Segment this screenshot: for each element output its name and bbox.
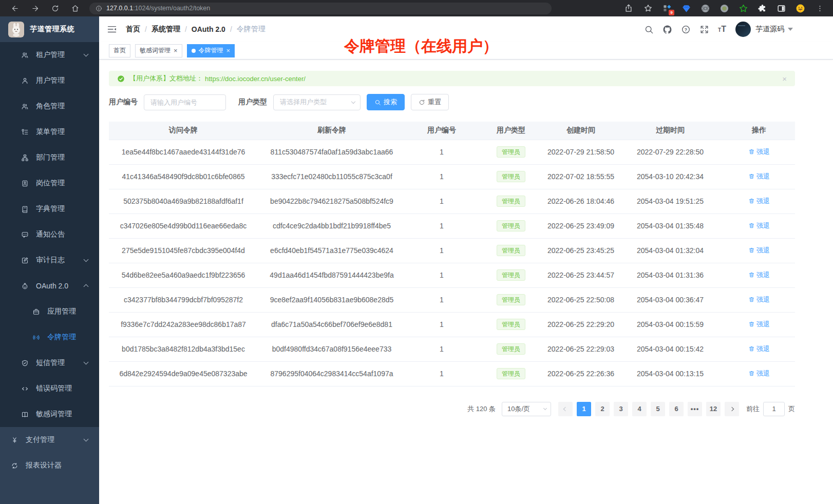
cell-action: 强退	[723, 238, 795, 263]
avatar[interactable]	[735, 22, 751, 37]
app-logo[interactable]: 芋道管理系统	[0, 16, 99, 42]
sidebar-item-4[interactable]: 菜单管理	[0, 119, 99, 145]
sidebar-item-14[interactable]: 错误码管理	[0, 376, 99, 401]
sidebar-item-13[interactable]: 短信管理	[0, 350, 99, 376]
extension-gem-icon[interactable]	[681, 4, 691, 13]
sidebar-collapse-icon[interactable]	[107, 24, 117, 34]
page-button-6[interactable]: 6	[669, 402, 684, 416]
browser-forward-icon[interactable]	[31, 4, 40, 13]
extension-sidepanel-icon[interactable]	[777, 4, 786, 13]
sidebar-item-label: 短信管理	[36, 358, 65, 367]
page-button-4[interactable]: 4	[632, 402, 647, 416]
prev-page-button[interactable]	[558, 402, 573, 416]
cell-access-token: 6d842e2924594de9a09e45e087323abe	[109, 361, 258, 386]
extension-command-icon[interactable]	[701, 4, 710, 13]
force-logout-button[interactable]: 强退	[748, 270, 770, 280]
address-bar[interactable]: 127.0.0.1:1024/system/oauth2/token	[89, 3, 552, 14]
goto-page-input[interactable]	[763, 402, 785, 416]
sidebar-item-16[interactable]: 支付管理	[0, 427, 99, 453]
tab-1[interactable]: 首页	[109, 44, 130, 57]
help-icon[interactable]: ?	[681, 25, 691, 34]
user-id-input[interactable]	[144, 94, 226, 110]
page-button-3[interactable]: 3	[614, 402, 628, 416]
force-logout-button[interactable]: 强退	[748, 295, 770, 304]
force-logout-button[interactable]: 强退	[748, 147, 770, 157]
close-icon[interactable]: ×	[174, 47, 178, 54]
sidebar-item-10[interactable]: OAuth 2.0	[0, 273, 99, 299]
force-logout-button[interactable]: 强退	[748, 246, 770, 255]
site-info-icon[interactable]	[96, 5, 102, 12]
caret-down-icon[interactable]	[788, 28, 793, 31]
sidebar-item-2[interactable]: 用户管理	[0, 68, 99, 93]
sidebar-item-8[interactable]: 通知公告	[0, 222, 99, 247]
sidebar-item-7[interactable]: 字典管理	[0, 196, 99, 222]
search-button[interactable]: 搜索	[367, 94, 405, 110]
pagination-more[interactable]: •••	[688, 402, 702, 416]
alert-close-icon[interactable]: ×	[782, 75, 787, 83]
table-row: b0d1785bc3a8482f812db4a3f3bd15ecb0df4980…	[109, 337, 795, 361]
sidebar-item-label: 敏感词管理	[36, 410, 72, 419]
github-icon[interactable]	[662, 25, 672, 34]
dictionary-icon	[21, 205, 29, 213]
sidebar-item-12[interactable]: 令牌管理	[0, 324, 99, 350]
page-button-12[interactable]: 12	[706, 402, 721, 416]
cell-user-id: 1	[406, 238, 478, 263]
tab-3[interactable]: 令牌管理×	[187, 44, 235, 57]
tab-label: 令牌管理	[199, 46, 223, 55]
page-size-select[interactable]: 10条/页	[502, 402, 551, 416]
cell-refresh-token: 9ce8ef2aa9f14056b831ae9b608e28d5	[258, 287, 406, 312]
share-icon[interactable]	[624, 4, 633, 13]
breadcrumb-item-2[interactable]: 系统管理	[152, 25, 180, 34]
force-logout-button[interactable]: 强退	[748, 369, 770, 378]
force-logout-button[interactable]: 强退	[748, 172, 770, 181]
browser-back-icon[interactable]	[11, 4, 20, 13]
cell-user-id: 1	[406, 140, 478, 164]
cell-refresh-token: b0df4980ffd34c67a08f9156e4eee733	[258, 337, 406, 361]
breadcrumb-item-1[interactable]: 首页	[126, 25, 140, 34]
profile-emoji-icon[interactable]	[796, 4, 805, 13]
sidebar-item-6[interactable]: 岗位管理	[0, 170, 99, 196]
alert-doc-link[interactable]: https://doc.iocoder.cn/user-center/	[205, 75, 306, 83]
extension-puzzle-icon[interactable]	[758, 4, 767, 13]
sidebar-item-9[interactable]: 审计日志	[0, 247, 99, 273]
extension-badge: 9	[669, 10, 674, 15]
sidebar-item-5[interactable]: 部门管理	[0, 145, 99, 170]
tab-2[interactable]: 敏感词管理×	[135, 44, 182, 57]
cell-refresh-token: 49d1aa46d1454fbd87591444423be9fa	[258, 263, 406, 287]
url-text: 127.0.0.1:1024/system/oauth2/token	[106, 5, 210, 12]
main-area: 首页/系统管理/OAuth 2.0/令牌管理 ? TT 芋道源码 首页敏感词管理…	[99, 16, 833, 504]
reset-button[interactable]: 重置	[411, 94, 449, 110]
sidebar-item-3[interactable]: 角色管理	[0, 93, 99, 119]
browser-home-icon[interactable]	[71, 4, 80, 13]
fullscreen-icon[interactable]	[699, 25, 709, 34]
sidebar-item-15[interactable]: 敏感词管理	[0, 401, 99, 427]
cell-expires-at: 2054-03-04 01:32:04	[617, 238, 723, 263]
close-icon[interactable]: ×	[226, 47, 231, 54]
chevron-down-icon	[84, 52, 89, 57]
user-type-tag: 管理员	[497, 319, 525, 330]
cell-refresh-token: be90422b8c7946218275a508bf524fc9	[258, 189, 406, 214]
extension-star-icon[interactable]	[739, 4, 748, 13]
breadcrumb-item-3[interactable]: OAuth 2.0	[192, 25, 225, 33]
sidebar-item-1[interactable]: 租户管理	[0, 42, 99, 68]
page-button-2[interactable]: 2	[595, 402, 610, 416]
page-button-1[interactable]: 1	[577, 402, 591, 416]
extension-blocks-icon[interactable]: 9	[662, 4, 672, 13]
cell-expires-at: 2054-03-10 20:42:34	[617, 164, 723, 189]
sidebar-item-17[interactable]: 报表设计器	[0, 453, 99, 478]
font-size-icon[interactable]: TT	[718, 25, 726, 34]
sidebar-item-11[interactable]: 应用管理	[0, 299, 99, 324]
search-icon[interactable]	[644, 25, 654, 34]
user-type-select[interactable]: 请选择用户类型	[273, 94, 361, 110]
browser-menu-icon[interactable]	[816, 5, 824, 12]
force-logout-button[interactable]: 强退	[748, 344, 770, 354]
username[interactable]: 芋道源码	[755, 25, 784, 34]
extension-record-icon[interactable]	[720, 4, 729, 13]
force-logout-button[interactable]: 强退	[748, 221, 770, 230]
bookmark-star-icon[interactable]	[643, 4, 653, 13]
page-button-5[interactable]: 5	[651, 402, 665, 416]
browser-reload-icon[interactable]	[51, 4, 60, 13]
force-logout-button[interactable]: 强退	[748, 197, 770, 206]
force-logout-button[interactable]: 强退	[748, 320, 770, 329]
next-page-button[interactable]	[725, 402, 739, 416]
